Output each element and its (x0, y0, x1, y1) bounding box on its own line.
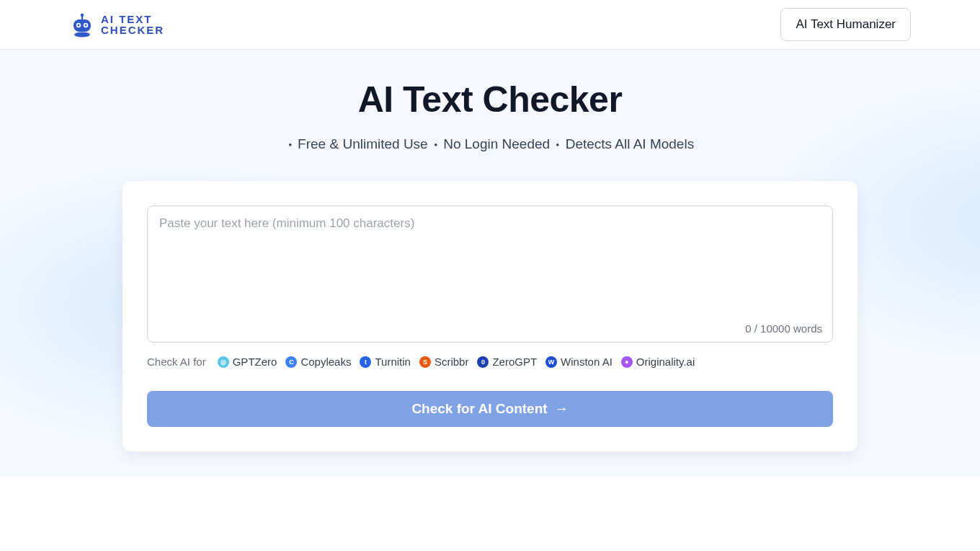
detector-zerogpt: 0 ZeroGPT (477, 356, 537, 368)
hero-section: AI Text Checker 🞄 Free & Unlimited Use 🞄… (0, 50, 980, 477)
count-sep: / (752, 322, 761, 335)
feature-0: Free & Unlimited Use (298, 136, 428, 151)
zerogpt-icon: 0 (477, 356, 489, 368)
detector-originality: ● Originality.ai (621, 356, 695, 368)
scribbr-icon: S (419, 356, 431, 368)
gptzero-icon: ◎ (218, 356, 229, 368)
originality-icon: ● (621, 356, 633, 368)
section-heading: What is AI Text Checker? (69, 547, 911, 551)
detector-label: ZeroGPT (492, 356, 537, 368)
detector-label: Turnitin (375, 356, 410, 368)
svg-point-7 (74, 32, 90, 38)
feature-2: Detects All AI Models (566, 136, 694, 151)
logo[interactable]: AI TEXT CHECKER (69, 9, 164, 40)
detector-scribbr: S Scribbr (419, 356, 469, 368)
svg-point-0 (81, 14, 84, 17)
detectors-row: Check AI for ◎ GPTZero C Copyleaks t Tur… (147, 356, 833, 368)
svg-point-5 (78, 25, 80, 27)
header: AI TEXT CHECKER AI Text Humanizer (0, 0, 980, 50)
word-counter: 0 / 10000 words (745, 322, 822, 335)
detector-gptzero: ◎ GPTZero (218, 356, 277, 368)
page-title: AI Text Checker (0, 79, 980, 120)
detector-label: Copyleaks (300, 356, 351, 368)
copyleaks-icon: C (285, 356, 297, 368)
bullet-icon: 🞄 (433, 139, 438, 151)
detector-label: Winston AI (561, 356, 612, 368)
detector-label: Scribbr (435, 356, 469, 368)
svg-rect-2 (74, 19, 91, 32)
check-button[interactable]: Check for AI Content → (147, 391, 833, 427)
logo-text-top: AI TEXT (101, 14, 164, 25)
check-button-label: Check for AI Content (411, 401, 547, 417)
detectors-label: Check AI for (147, 356, 206, 368)
detector-winston: W Winston AI (545, 356, 612, 368)
bullet-icon: 🞄 (288, 139, 293, 151)
detector-turnitin: t Turnitin (360, 356, 410, 368)
count-unit: words (790, 322, 822, 335)
detector-copyleaks: C Copyleaks (285, 356, 351, 368)
feature-1: No Login Needed (443, 136, 550, 151)
winston-icon: W (545, 356, 557, 368)
text-input[interactable] (159, 216, 821, 317)
logo-text-bottom: CHECKER (101, 25, 164, 35)
count-max: 10000 (760, 322, 790, 335)
arrow-right-icon: → (555, 401, 569, 417)
detector-label: Originality.ai (636, 356, 695, 368)
count-current: 0 (745, 322, 751, 335)
logo-robot-icon (69, 12, 95, 38)
svg-point-6 (85, 25, 87, 27)
turnitin-icon: t (360, 356, 371, 368)
textarea-wrap: 0 / 10000 words (147, 206, 833, 343)
checker-card: 0 / 10000 words Check AI for ◎ GPTZero C… (122, 181, 858, 451)
about-section: What is AI Text Checker? (0, 477, 980, 551)
humanizer-button[interactable]: AI Text Humanizer (780, 8, 911, 41)
logo-text: AI TEXT CHECKER (101, 14, 164, 35)
bullet-icon: 🞄 (555, 139, 560, 151)
hero-subtitle: 🞄 Free & Unlimited Use 🞄 No Login Needed… (0, 136, 980, 152)
detector-label: GPTZero (233, 356, 277, 368)
